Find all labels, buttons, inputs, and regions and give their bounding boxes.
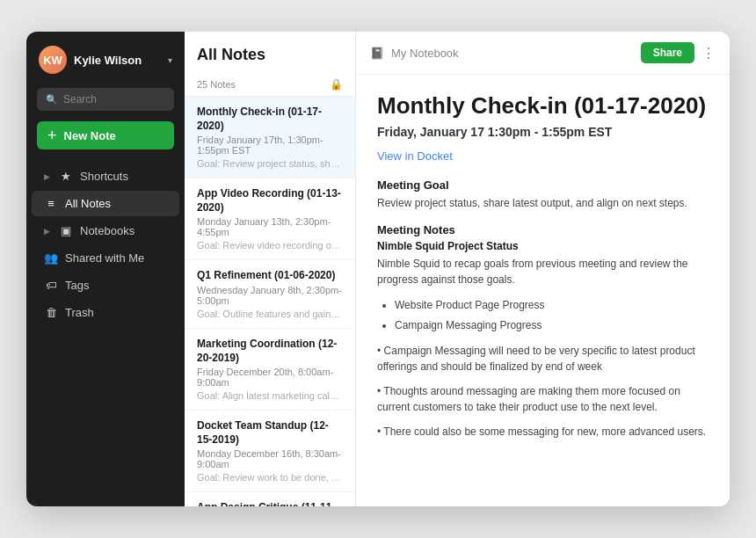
sidebar-item-shortcuts[interactable]: ▶ ★ Shortcuts [32,164,179,189]
sidebar-item-label: Notebooks [80,224,134,237]
view-in-docket-link[interactable]: View in Docket [377,149,709,163]
paragraph-1: • Campaign Messaging will need to be ver… [377,343,709,374]
note-item-preview: Goal: Review video recording of app user… [197,240,343,251]
note-item-title: App Design Critique (11-11-2020) [197,501,343,506]
notes-list-header: All Notes [185,32,355,73]
notes-list-title: All Notes [197,46,343,64]
more-options-icon[interactable]: ⋮ [701,45,716,62]
sidebar-item-trash[interactable]: 🗑 Trash [32,300,179,325]
note-item-title: Monthly Check-in (01-17-2020) [197,105,343,133]
note-item-date: Friday December 20th, 8:00am-9:00am [197,367,343,388]
bullet-list: Website Product Page Progress Campaign M… [395,296,709,334]
user-menu[interactable]: KW Kylie Wilson ▾ [26,32,185,88]
note-item[interactable]: App Design Critique (11-11-2020) Monday … [185,492,355,506]
sidebar-item-shared[interactable]: 👥 Shared with Me [32,245,179,271]
search-placeholder: Search [63,93,97,105]
expand-arrow-icon: ▶ [44,227,50,236]
sidebar-item-label: All Notes [65,197,111,210]
note-item-preview: Goal: Outline features and gain clarity … [197,309,343,319]
notes-list-meta: 25 Notes 🔒 [185,73,355,97]
user-name: Kylie Wilson [74,54,161,67]
note-item-title: Marketing Coordination (12-20-2019) [197,338,343,365]
note-item-date: Monday January 13th, 2:30pm-4:55pm [197,216,343,237]
sidebar: KW Kylie Wilson ▾ 🔍 Search + New Note ▶ … [26,32,185,506]
notebook-icon: 📓 [370,47,384,60]
note-item-title: Docket Team Standup (12-15-2019) [197,419,343,447]
note-content: Monthly Check-in (01-17-2020) Friday, Ja… [356,75,730,506]
sidebar-item-label: Shared with Me [65,251,144,265]
tag-icon: 🏷 [44,279,58,292]
people-icon: 👥 [44,251,58,265]
note-detail-header: 📓 My Notebook Share ⋮ [356,32,730,75]
sidebar-item-notebooks[interactable]: ▶ ▣ Notebooks [32,218,179,244]
note-item[interactable]: Q1 Refinement (01-06-2020) Wednesday Jan… [185,260,355,329]
note-item-title: App Video Recording (01-13-2020) [197,187,343,214]
sidebar-item-tags[interactable]: 🏷 Tags [32,273,179,298]
new-note-button[interactable]: + New Note [37,121,174,149]
note-datetime: Friday, January 17 1:30pm - 1:55pm EST [377,125,709,139]
expand-arrow-icon: ▶ [44,172,50,181]
share-button[interactable]: Share [641,42,694,63]
plus-icon: + [47,127,57,143]
search-bar[interactable]: 🔍 Search [37,88,174,111]
note-item[interactable]: App Video Recording (01-13-2020) Monday … [185,178,355,260]
notes-list: All Notes 25 Notes 🔒 Monthly Check-in (0… [185,32,356,506]
note-item-date: Wednesday January 8th, 2:30pm-5:00pm [197,285,343,306]
sidebar-item-all-notes[interactable]: ≡ All Notes [32,191,179,216]
new-note-label: New Note [64,129,116,142]
list-item: Campaign Messaging Progress [395,316,709,334]
lock-icon: 🔒 [330,78,343,91]
paragraph-2: • Thoughts around messaging are making t… [377,383,709,415]
list-item: Website Product Page Progress [395,296,709,314]
chevron-down-icon: ▾ [168,55,172,65]
meeting-goal-body: Review project status, share latest outp… [377,195,709,211]
meeting-notes-title: Meeting Notes [377,223,709,236]
note-item-preview: Goal: Align latest marketing calendar wi… [197,390,343,401]
note-main-title: Monthly Check-in (01-17-2020) [377,92,709,120]
nimble-squid-title: Nimble Squid Project Status [377,240,709,252]
meeting-goal-title: Meeting Goal [377,178,709,192]
app-container: KW Kylie Wilson ▾ 🔍 Search + New Note ▶ … [26,32,730,506]
notes-items: Monthly Check-in (01-17-2020) Friday Jan… [185,97,355,506]
nimble-squid-body: Nimble Squid to recap goals from previou… [377,256,709,287]
trash-icon: 🗑 [44,306,58,319]
note-item-date: Friday January 17th, 1:30pm-1:55pm EST [197,134,343,156]
paragraph-3-text: There could also be some messaging for n… [383,425,706,438]
sidebar-item-label: Tags [65,279,89,292]
note-detail: 📓 My Notebook Share ⋮ Monthly Check-in (… [356,32,730,506]
sidebar-item-label: Shortcuts [80,170,128,183]
sidebar-item-label: Trash [65,306,94,319]
note-item-preview: Goal: Review work to be done, address bl… [197,472,343,483]
notebook-icon: ▣ [59,224,73,237]
search-icon: 🔍 [46,94,58,105]
paragraph-2-text: Thoughts around messaging are making the… [377,385,680,413]
notebook-name: My Notebook [391,47,634,60]
paragraph-3: • There could also be some messaging for… [377,424,709,440]
avatar: KW [39,46,67,74]
note-item-date: Monday December 16th, 8:30am-9:00am [197,448,343,469]
note-item-title: Q1 Refinement (01-06-2020) [197,269,343,283]
star-icon: ★ [59,170,73,183]
notes-count: 25 Notes [197,79,236,90]
note-item[interactable]: Docket Team Standup (12-15-2019) Monday … [185,411,355,492]
note-item-preview: Goal: Review project status, share lates… [197,158,343,169]
note-item[interactable]: Monthly Check-in (01-17-2020) Friday Jan… [185,97,355,178]
note-item[interactable]: Marketing Coordination (12-20-2019) Frid… [185,329,355,411]
paragraph-1-text: Campaign Messaging will need to be very … [377,345,695,373]
notes-icon: ≡ [44,197,58,210]
bullet-dot: • [377,345,384,357]
